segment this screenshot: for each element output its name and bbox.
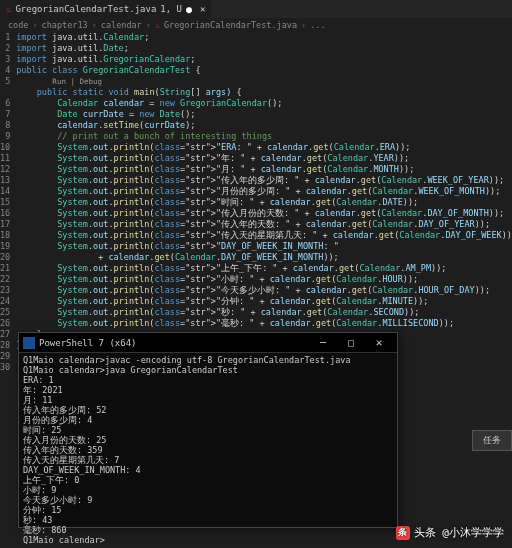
logo-icon: 条 (396, 526, 410, 540)
maximize-button[interactable]: □ (337, 334, 365, 352)
chevron-right-icon: › (92, 20, 97, 30)
breadcrumb-seg[interactable]: chapter13 (42, 20, 88, 30)
java-file-icon: ♨ (155, 20, 160, 30)
breadcrumb-seg[interactable]: ... (310, 20, 325, 30)
terminal-window: PowerShell 7 (x64) ─ □ ✕ Q1Maio calendar… (18, 332, 398, 528)
terminal-output[interactable]: Q1Maio calendar>javac -encoding utf-8 Gr… (19, 353, 397, 547)
chevron-right-icon: › (32, 20, 37, 30)
chevron-right-icon: › (146, 20, 151, 30)
powershell-icon (23, 337, 35, 349)
watermark: 条 头条 @小沐学学学 (396, 525, 504, 540)
task-button[interactable]: 任务 (472, 430, 512, 451)
breadcrumb-seg[interactable]: GregorianCalendarTest.java (164, 20, 297, 30)
code-editor[interactable]: 12345 6789101112131415161718192021222324… (0, 32, 512, 373)
tab-bar: ♨ GregorianCalendarTest.java 1, U ● ✕ (0, 0, 512, 18)
terminal-title: PowerShell 7 (x64) (39, 338, 137, 348)
git-status: 1, U (160, 4, 182, 14)
editor-tab[interactable]: ♨ GregorianCalendarTest.java 1, U ● ✕ (0, 0, 211, 18)
close-button[interactable]: ✕ (365, 334, 393, 352)
watermark-text: 头条 @小沐学学学 (414, 525, 504, 540)
chevron-right-icon: › (301, 20, 306, 30)
breadcrumb-seg[interactable]: code (8, 20, 28, 30)
modified-dot-icon: ● (186, 4, 192, 15)
line-gutter: 12345 6789101112131415161718192021222324… (0, 32, 16, 373)
tab-filename: GregorianCalendarTest.java (15, 4, 156, 14)
minimize-button[interactable]: ─ (309, 334, 337, 352)
terminal-titlebar[interactable]: PowerShell 7 (x64) ─ □ ✕ (19, 333, 397, 353)
code-content[interactable]: import java.util.Calendar;import java.ut… (16, 32, 512, 373)
breadcrumb[interactable]: code › chapter13 › calendar › ♨ Gregoria… (0, 18, 512, 32)
java-file-icon: ♨ (6, 4, 11, 14)
breadcrumb-seg[interactable]: calendar (101, 20, 142, 30)
close-tab-icon[interactable]: ✕ (200, 4, 205, 14)
